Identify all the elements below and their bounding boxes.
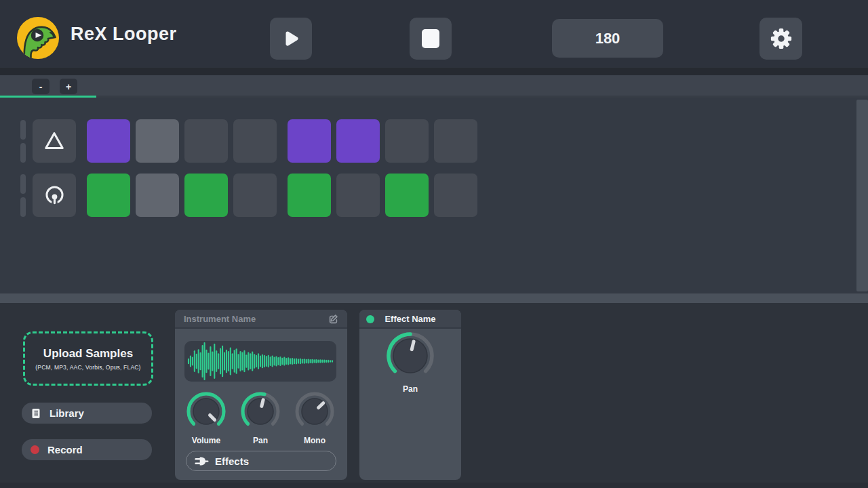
sequencer-grid	[0, 98, 868, 293]
effect-panel: Effect Name Pan	[359, 310, 461, 480]
bpm-input[interactable]: 180	[552, 19, 663, 58]
edit-icon[interactable]	[328, 314, 338, 324]
effects-button-label: Effects	[215, 455, 249, 467]
effect-knob-area: Pan	[359, 330, 461, 394]
add-tab-button[interactable]: +	[60, 79, 77, 94]
step-cell[interactable]	[288, 174, 331, 217]
triangle-icon	[43, 129, 66, 152]
instrument-panel: Instrument Name VolumePanMono	[175, 310, 347, 480]
waveform-display	[184, 341, 336, 382]
app-logo-icon	[16, 16, 60, 60]
step-cell[interactable]	[288, 119, 331, 163]
horizontal-scrollbar[interactable]	[0, 293, 868, 303]
record-dot-icon	[31, 445, 39, 454]
app-title: ReX Looper	[71, 0, 177, 68]
instrument-panel-header: Instrument Name	[175, 310, 347, 329]
effect-enabled-toggle[interactable]	[366, 315, 374, 323]
library-button[interactable]: Library	[22, 403, 152, 424]
step-cell[interactable]	[336, 174, 380, 217]
tab-bar: - +	[0, 75, 868, 98]
instrument-knob-row: VolumePanMono	[179, 390, 343, 445]
upload-samples-formats: (PCM, MP3, AAC, Vorbis, Opus, FLAC)	[35, 364, 140, 371]
step-cell[interactable]	[184, 174, 228, 217]
stop-icon	[421, 28, 440, 49]
stop-button[interactable]	[410, 18, 452, 60]
sequencer-track	[20, 174, 483, 217]
app-window: ReX Looper 180	[0, 0, 868, 488]
step-cell[interactable]	[385, 174, 429, 217]
volume-knob[interactable]: Volume	[179, 390, 233, 445]
app-header: ReX Looper 180	[0, 0, 868, 68]
upload-samples-dropzone[interactable]: Upload Samples (PCM, MP3, AAC, Vorbis, O…	[23, 331, 153, 386]
step-cell[interactable]	[87, 174, 130, 217]
effect-name-label: Effect Name	[359, 314, 461, 324]
effect-panel-header: Effect Name	[359, 310, 461, 329]
vertical-scrollbar[interactable]	[856, 100, 868, 291]
step-cell[interactable]	[136, 174, 179, 217]
step-cell[interactable]	[184, 119, 228, 163]
play-button[interactable]	[270, 18, 312, 60]
mono-knob[interactable]: Mono	[288, 390, 342, 445]
bottom-panel: Upload Samples (PCM, MP3, AAC, Vorbis, O…	[0, 303, 868, 483]
library-button-label: Library	[50, 407, 84, 419]
gear-icon	[770, 27, 793, 50]
knob-label: Mono	[304, 436, 326, 445]
step-cell[interactable]	[136, 119, 179, 163]
kick-icon	[42, 183, 67, 208]
settings-button[interactable]	[760, 18, 802, 60]
play-icon	[281, 28, 301, 49]
track-drag-handle[interactable]	[20, 119, 26, 163]
step-cell[interactable]	[233, 174, 277, 217]
track-instrument-button[interactable]	[33, 174, 76, 217]
step-cell[interactable]	[434, 119, 477, 163]
plug-icon	[195, 456, 209, 466]
step-cell[interactable]	[233, 119, 277, 163]
step-cell[interactable]	[434, 174, 477, 217]
remove-tab-button[interactable]: -	[32, 79, 50, 94]
sequencer-track	[20, 119, 483, 163]
track-instrument-button[interactable]	[33, 119, 76, 163]
record-button-label: Record	[47, 444, 83, 455]
step-row	[87, 119, 483, 163]
effects-button[interactable]: Effects	[186, 451, 336, 471]
record-button[interactable]: Record	[22, 439, 152, 460]
step-row	[87, 174, 483, 217]
step-cell[interactable]	[87, 119, 130, 163]
upload-samples-title: Upload Samples	[43, 347, 133, 361]
pan-knob[interactable]: Pan	[383, 330, 437, 394]
knob-label: Pan	[253, 436, 268, 445]
track-drag-handle[interactable]	[20, 174, 26, 217]
knob-label: Pan	[403, 384, 418, 394]
knob-label: Volume	[192, 436, 220, 445]
step-cell[interactable]	[385, 119, 429, 163]
step-cell[interactable]	[336, 119, 380, 163]
instrument-name-input[interactable]: Instrument Name	[184, 314, 328, 324]
pan-knob[interactable]: Pan	[233, 390, 288, 445]
book-icon	[31, 408, 41, 419]
bottom-edge-strip	[0, 483, 868, 488]
